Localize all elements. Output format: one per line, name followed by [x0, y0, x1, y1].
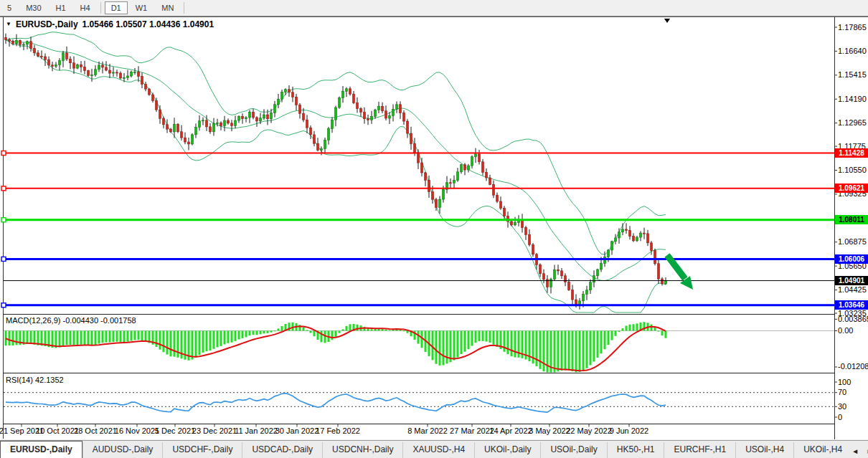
- bollinger-upper-band: [6, 32, 666, 254]
- date-axis-label: 8 Mar 2022: [407, 426, 448, 435]
- bollinger-lower-band: [6, 40, 666, 313]
- symbol-tab-bar: EURUSD-,DailyAUDUSD-,DailyUSDCHF-,DailyU…: [0, 440, 868, 458]
- dropdown-triangle-icon[interactable]: ▼: [6, 21, 11, 27]
- price-level-badge: 1.08011: [835, 215, 868, 224]
- price-axis-tick: 1.12965: [838, 118, 868, 128]
- rsi-axis-tick: 100: [838, 378, 868, 387]
- price-level-badge: 1.09621: [835, 183, 868, 193]
- bollinger-middle-band: [6, 40, 666, 281]
- chart-tab-usdcad-daily[interactable]: USDCAD-,Daily: [242, 442, 322, 458]
- price-axis-tick: 1.10550: [838, 166, 868, 175]
- price-axis-tick: 1.14190: [838, 95, 868, 104]
- price-axis-tick: 1.06875: [838, 237, 868, 247]
- macd-indicator-label: MACD(12,26,9) -0.004430 -0.001758: [6, 316, 136, 325]
- macd-histogram: [5, 322, 667, 372]
- trading-app-window: 5M30H1H4D1W1MN ▼ EURUSD-,Daily 1.05466 1…: [0, 0, 868, 458]
- price-axis-tick: 1.16640: [838, 47, 868, 56]
- rsi-indicator-label: RSI(14) 42.1352: [6, 376, 64, 384]
- date-axis-label: 17 Feb 2022: [316, 426, 360, 435]
- price-level-badge: 1.03646: [835, 300, 868, 310]
- chart-graphics: [0, 0, 868, 458]
- date-axis-label: 11 Jan 2022: [235, 426, 278, 435]
- date-axis-label: 27 Mar 2022: [450, 426, 494, 435]
- chart-tab-usoil-daily[interactable]: USOil-,Daily: [540, 442, 606, 458]
- date-axis-label: 10 Oct 2021: [36, 426, 79, 435]
- chart-tab-xauusd-h4[interactable]: XAUUSD-,H4: [402, 442, 474, 458]
- chart-tab-ukoil-daily[interactable]: UKOil-,Daily: [474, 442, 540, 458]
- macd-axis-tick: 0.00: [838, 326, 868, 335]
- date-axis-label: 14 Apr 2022: [489, 426, 532, 435]
- chart-tab-ukoil-h4[interactable]: UKOil-,H4: [793, 442, 852, 458]
- level-line-handle-icon[interactable]: [1, 151, 6, 156]
- date-axis-label: 9 Jun 2022: [610, 426, 648, 435]
- rsi-line: [6, 393, 666, 413]
- chart-title: ▼ EURUSD-,Daily 1.05466 1.05507 1.04436 …: [6, 19, 214, 29]
- level-line-handle-icon[interactable]: [1, 218, 6, 222]
- macd-axis-tick: 0.003865: [838, 315, 868, 324]
- level-line-handle-icon[interactable]: [1, 303, 6, 307]
- date-axis-label: 28 Oct 2021: [74, 426, 117, 435]
- chart-tab-usdchf-daily[interactable]: USDCHF-,Daily: [162, 442, 242, 458]
- price-axis-tick: 1.15415: [838, 70, 868, 80]
- chart-symbol-label: EURUSD-,Daily: [16, 19, 78, 29]
- date-axis-label: 5 Dec 2021: [155, 426, 195, 435]
- current-price-badge: 1.04901: [835, 276, 868, 285]
- tab-scroll-left-icon[interactable]: ◄: [852, 447, 859, 455]
- chart-tab-eurusd-daily[interactable]: EURUSD-,Daily: [0, 441, 82, 458]
- chart-tab-usdcnh-daily[interactable]: USDCNH-,Daily: [322, 442, 402, 458]
- date-axis-label: 22 May 2022: [566, 426, 612, 435]
- rsi-axis-tick: 0: [838, 413, 868, 422]
- price-axis-tick: 1.17865: [838, 23, 868, 32]
- chart-tab-audusd-daily[interactable]: AUDUSD-,Daily: [82, 442, 163, 458]
- tab-scroll-controls: ◄ ►: [852, 447, 868, 458]
- date-axis-label: 30 Jan 2022: [275, 426, 319, 435]
- price-level-badge: 1.06006: [835, 254, 868, 264]
- price-level-badge: 1.11428: [835, 148, 868, 158]
- date-axis-label: 23 Dec 2021: [192, 426, 237, 435]
- price-axis-tick: 1.04425: [838, 285, 868, 295]
- date-axis-label: 16 Nov 2021: [115, 426, 159, 435]
- level-line-handle-icon[interactable]: [1, 257, 6, 261]
- candlestick-series: [5, 34, 667, 310]
- macd-axis-tick: -0.01208: [838, 362, 868, 371]
- chart-tab-eurchf-h1[interactable]: EURCHF-,H1: [664, 442, 735, 458]
- chart-ohlc-values: 1.05466 1.05507 1.04436 1.04901: [82, 19, 214, 29]
- chart-tab-hk50-h1[interactable]: HK50-,H1: [607, 442, 664, 458]
- symbol-tabs: EURUSD-,DailyAUDUSD-,DailyUSDCHF-,DailyU…: [0, 441, 852, 458]
- rsi-axis-tick: 70: [838, 388, 868, 397]
- rsi-axis-tick: 30: [838, 402, 868, 411]
- level-line-handle-icon[interactable]: [1, 186, 6, 191]
- date-axis-label: 3 May 2022: [529, 426, 570, 435]
- chart-shift-marker-icon: [664, 19, 670, 23]
- chart-tab-usoil-h4[interactable]: USOil-,H4: [735, 442, 793, 458]
